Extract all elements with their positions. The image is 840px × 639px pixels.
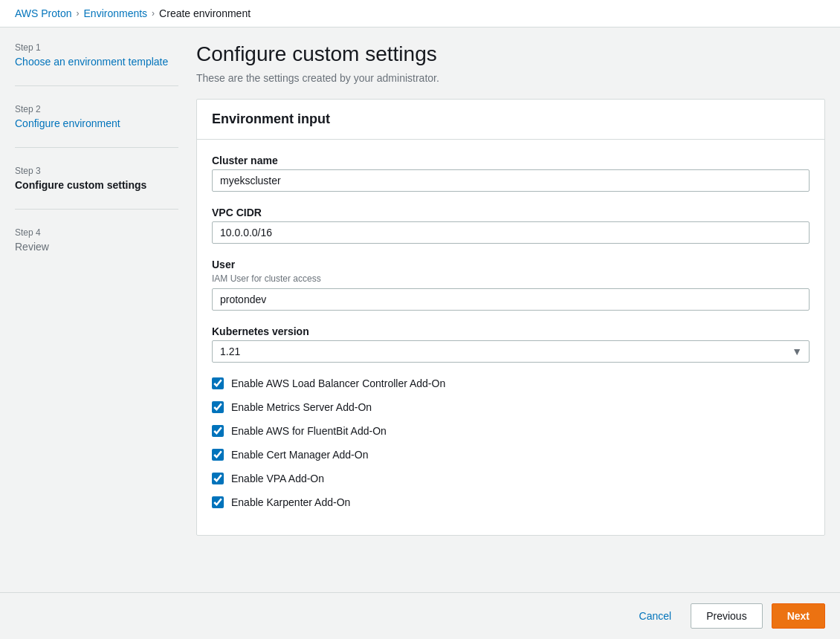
- checkbox-load-balancer-label[interactable]: Enable AWS Load Balancer Controller Add-…: [231, 377, 445, 389]
- vpc-cidr-input[interactable]: [212, 221, 810, 244]
- step2-label: Step 2: [15, 104, 178, 114]
- checkbox-cert-manager-input[interactable]: [212, 449, 224, 461]
- breadcrumb-sep-2: ›: [152, 8, 155, 19]
- step1-label: Step 1: [15, 42, 178, 53]
- sidebar-step3-active: Configure custom settings: [15, 179, 146, 191]
- checkbox-cert-manager-label[interactable]: Enable Cert Manager Add-On: [231, 449, 368, 461]
- k8s-version-select-wrapper: 1.21 1.22 1.23 ▼: [212, 340, 810, 363]
- user-label: User: [212, 259, 810, 270]
- breadcrumb-current: Create environment: [159, 7, 251, 19]
- footer-bar: Cancel Previous Next: [0, 592, 840, 639]
- environment-input-panel: Environment input Cluster name VPC CIDR …: [196, 99, 825, 536]
- checkbox-metrics-server-label[interactable]: Enable Metrics Server Add-On: [231, 401, 372, 413]
- sidebar-step-2: Step 2 Configure environment: [15, 104, 178, 148]
- content-area: Configure custom settings These are the …: [196, 42, 825, 592]
- cluster-name-group: Cluster name: [212, 155, 810, 192]
- checkbox-vpa-label[interactable]: Enable VPA Add-On: [231, 473, 324, 484]
- breadcrumb: AWS Proton › Environments › Create envir…: [0, 0, 840, 27]
- cancel-button[interactable]: Cancel: [629, 604, 682, 628]
- checkbox-load-balancer-input[interactable]: [212, 377, 224, 389]
- panel-body: Cluster name VPC CIDR User IAM User for …: [197, 140, 824, 535]
- user-hint: IAM User for cluster access: [212, 273, 810, 284]
- sidebar-step1-link[interactable]: Choose an environment template: [15, 56, 168, 68]
- k8s-version-group: Kubernetes version 1.21 1.22 1.23 ▼: [212, 325, 810, 363]
- sidebar-step-4: Step 4 Review: [15, 227, 178, 270]
- panel-header: Environment input: [197, 100, 824, 140]
- page-subtitle: These are the settings created by your a…: [196, 72, 825, 84]
- main-layout: Step 1 Choose an environment template St…: [0, 27, 840, 607]
- breadcrumb-aws-proton[interactable]: AWS Proton: [15, 7, 72, 19]
- cluster-name-input[interactable]: [212, 169, 810, 192]
- checkbox-metrics-server-input[interactable]: [212, 401, 224, 413]
- k8s-version-label: Kubernetes version: [212, 325, 810, 337]
- checkbox-load-balancer: Enable AWS Load Balancer Controller Add-…: [212, 377, 810, 389]
- breadcrumb-environments[interactable]: Environments: [84, 7, 148, 19]
- sidebar: Step 1 Choose an environment template St…: [15, 42, 178, 592]
- page-title: Configure custom settings: [196, 42, 825, 66]
- checkbox-fluentbit-input[interactable]: [212, 425, 224, 437]
- cluster-name-label: Cluster name: [212, 155, 810, 166]
- user-input[interactable]: [212, 288, 810, 311]
- vpc-cidr-label: VPC CIDR: [212, 207, 810, 218]
- checkbox-karpenter-label[interactable]: Enable Karpenter Add-On: [231, 496, 350, 508]
- step4-label: Step 4: [15, 227, 178, 238]
- checkbox-vpa: Enable VPA Add-On: [212, 473, 810, 484]
- k8s-version-select[interactable]: 1.21 1.22 1.23: [212, 340, 810, 363]
- checkbox-cert-manager: Enable Cert Manager Add-On: [212, 449, 810, 461]
- next-button[interactable]: Next: [772, 603, 825, 629]
- previous-button[interactable]: Previous: [691, 603, 762, 629]
- checkbox-vpa-input[interactable]: [212, 473, 224, 484]
- checkbox-fluentbit-label[interactable]: Enable AWS for FluentBit Add-On: [231, 425, 387, 437]
- sidebar-step4-disabled: Review: [15, 241, 49, 253]
- step3-label: Step 3: [15, 166, 178, 176]
- checkbox-karpenter: Enable Karpenter Add-On: [212, 496, 810, 508]
- checkbox-fluentbit: Enable AWS for FluentBit Add-On: [212, 425, 810, 437]
- vpc-cidr-group: VPC CIDR: [212, 207, 810, 244]
- sidebar-step-1: Step 1 Choose an environment template: [15, 42, 178, 86]
- sidebar-step2-link[interactable]: Configure environment: [15, 117, 120, 129]
- checkbox-metrics-server: Enable Metrics Server Add-On: [212, 401, 810, 413]
- breadcrumb-sep-1: ›: [77, 8, 80, 19]
- checkbox-karpenter-input[interactable]: [212, 496, 224, 508]
- user-group: User IAM User for cluster access: [212, 259, 810, 311]
- sidebar-step-3: Step 3 Configure custom settings: [15, 166, 178, 210]
